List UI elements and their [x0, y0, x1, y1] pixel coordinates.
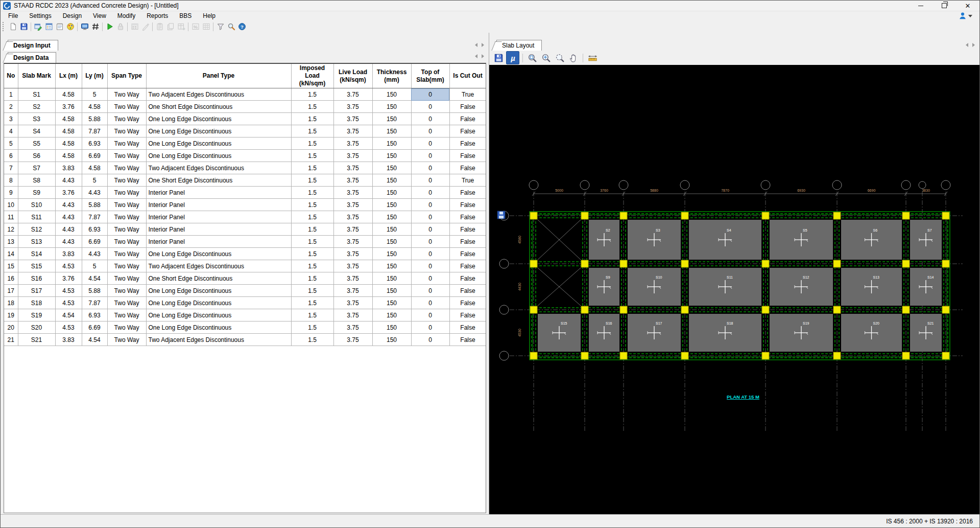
table-cell[interactable]: 1.5: [291, 187, 333, 199]
table-cell[interactable]: S15: [18, 260, 55, 272]
table-cell[interactable]: Two Way: [107, 309, 146, 322]
table-cell[interactable]: 3.75: [333, 187, 372, 199]
table-cell[interactable]: False: [449, 113, 486, 125]
table-cell[interactable]: 150: [372, 272, 411, 285]
table-cell[interactable]: 0: [411, 260, 449, 272]
help-icon[interactable]: ?: [236, 21, 247, 32]
table-cell[interactable]: One Long Edge Discontinuous: [146, 137, 291, 150]
table-cell[interactable]: Two Way: [107, 223, 146, 236]
table-cell[interactable]: Two Way: [107, 272, 146, 285]
table-cell[interactable]: 1.5: [291, 150, 333, 162]
table-cell[interactable]: False: [449, 101, 486, 113]
table-cell[interactable]: 3.75: [333, 199, 372, 211]
table-cell[interactable]: Two Way: [107, 322, 146, 334]
table-cell[interactable]: 150: [372, 309, 411, 322]
table-cell[interactable]: 7.87: [82, 297, 107, 309]
table-cell[interactable]: Two Way: [107, 174, 146, 187]
table-cell[interactable]: 5: [82, 88, 107, 101]
column-header[interactable]: Live Load(kN/sqm): [333, 64, 372, 88]
table-cell[interactable]: False: [449, 211, 486, 223]
table-cell[interactable]: 7.87: [82, 211, 107, 223]
table-cell[interactable]: 150: [372, 113, 411, 125]
table-cell[interactable]: 1.5: [291, 88, 333, 101]
table-cell[interactable]: S14: [18, 248, 55, 260]
table-cell[interactable]: False: [449, 248, 486, 260]
drawing-canvas[interactable]: 5000376058807870693066903830458044304530…: [489, 65, 979, 514]
table-cell[interactable]: 4.53: [55, 322, 82, 334]
table-cell[interactable]: 4.54: [55, 309, 82, 322]
menu-item-help[interactable]: Help: [197, 12, 221, 20]
table-cell[interactable]: 3.75: [333, 334, 372, 346]
table-cell[interactable]: 18: [4, 297, 18, 309]
table-cell[interactable]: Two Way: [107, 187, 146, 199]
table-cell[interactable]: 1.5: [291, 113, 333, 125]
table-cell[interactable]: 13: [4, 236, 18, 248]
menu-item-design[interactable]: Design: [57, 12, 87, 20]
table-cell[interactable]: S4: [18, 125, 55, 137]
table-cell[interactable]: 4.58: [82, 101, 107, 113]
table-cell[interactable]: 20: [4, 322, 18, 334]
table-cell[interactable]: False: [449, 150, 486, 162]
table-cell[interactable]: 14: [4, 248, 18, 260]
table-cell[interactable]: 150: [372, 88, 411, 101]
new-document-icon[interactable]: [8, 21, 18, 32]
table-cell[interactable]: 3.75: [333, 236, 372, 248]
column-header[interactable]: Is Cut Out: [449, 64, 486, 88]
table-cell[interactable]: 6.69: [82, 322, 107, 334]
table-cell[interactable]: False: [449, 125, 486, 137]
table-cell[interactable]: 17: [4, 285, 18, 297]
table-cell[interactable]: 4.43: [55, 199, 82, 211]
table-cell[interactable]: 3.75: [333, 125, 372, 137]
design-input-edit-icon[interactable]: [33, 21, 43, 32]
table-cell[interactable]: 150: [372, 211, 411, 223]
menu-item-bbs[interactable]: BBS: [174, 12, 197, 20]
tab-scroll-left-icon[interactable]: [474, 53, 479, 59]
table-cell[interactable]: 5.88: [82, 199, 107, 211]
table-cell[interactable]: 4.43: [82, 248, 107, 260]
menu-item-modify[interactable]: Modify: [112, 12, 141, 20]
table-cell[interactable]: 12: [4, 223, 18, 236]
run-design-icon[interactable]: [104, 21, 115, 32]
table-cell[interactable]: Two Way: [107, 162, 146, 174]
table-cell[interactable]: False: [449, 297, 486, 309]
table-cell[interactable]: 3.75: [333, 272, 372, 285]
table-cell[interactable]: True: [449, 88, 486, 101]
table-cell[interactable]: Two Adjacent Edges Discontinuous: [146, 162, 291, 174]
table-cell[interactable]: 11: [4, 211, 18, 223]
table-cell[interactable]: False: [449, 309, 486, 322]
table-cell[interactable]: Two Way: [107, 125, 146, 137]
table-cell[interactable]: 4.58: [55, 125, 82, 137]
table-cell[interactable]: 3.83: [55, 162, 82, 174]
table-cell[interactable]: One Short Edge Discontinuous: [146, 174, 291, 187]
table-cell[interactable]: Interior Panel: [146, 211, 291, 223]
table-cell[interactable]: False: [449, 199, 486, 211]
table-cell[interactable]: 150: [372, 248, 411, 260]
table-cell[interactable]: 10: [4, 199, 18, 211]
table-cell[interactable]: 0: [411, 309, 449, 322]
table-cell[interactable]: 4.53: [55, 285, 82, 297]
menu-item-file[interactable]: File: [3, 12, 23, 20]
column-header[interactable]: Panel Type: [146, 64, 291, 88]
table-cell[interactable]: Interior Panel: [146, 199, 291, 211]
tab-slab-layout[interactable]: Slab Layout: [496, 40, 542, 51]
table-cell[interactable]: 4.53: [55, 260, 82, 272]
table-cell[interactable]: 1.5: [291, 322, 333, 334]
table-cell[interactable]: 1.5: [291, 101, 333, 113]
table-cell[interactable]: S9: [18, 187, 55, 199]
table-cell[interactable]: 6.93: [82, 309, 107, 322]
table-cell[interactable]: False: [449, 260, 486, 272]
table-cell[interactable]: False: [449, 334, 486, 346]
table-cell[interactable]: 0: [411, 137, 449, 150]
table-cell[interactable]: 3.75: [333, 137, 372, 150]
table-cell[interactable]: 0: [411, 322, 449, 334]
table-cell[interactable]: 4.54: [82, 334, 107, 346]
table-cell[interactable]: S5: [18, 137, 55, 150]
table-cell[interactable]: 0: [411, 150, 449, 162]
table-cell[interactable]: 4.58: [55, 113, 82, 125]
column-header[interactable]: Thickness(mm): [372, 64, 411, 88]
table-cell[interactable]: 6.93: [82, 223, 107, 236]
table-cell[interactable]: 1.5: [291, 236, 333, 248]
table-cell[interactable]: 19: [4, 309, 18, 322]
color-palette-icon[interactable]: [65, 21, 76, 32]
table-cell[interactable]: 6.93: [82, 137, 107, 150]
